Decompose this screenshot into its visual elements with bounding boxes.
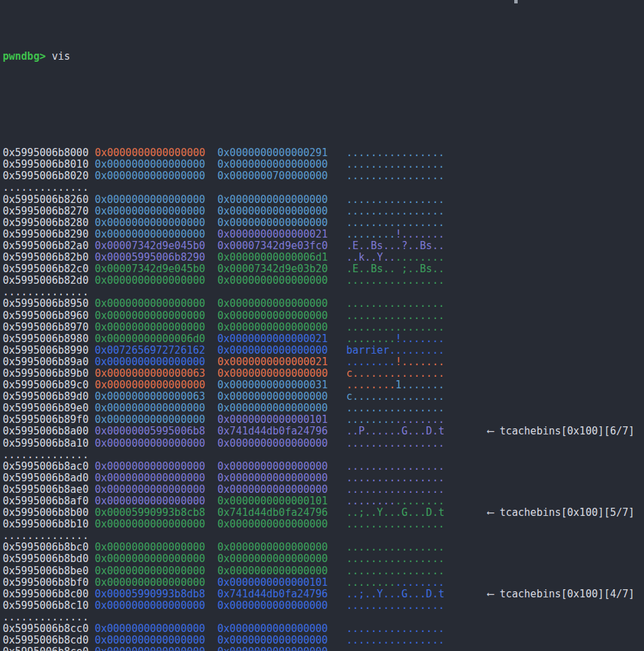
- tcachebin-annotation: tcachebins[0x100][6/7]: [499, 425, 634, 437]
- qword-value-2: 0x0000000000000000: [217, 565, 346, 577]
- chunk-address: 0x5995006b8a10: [3, 438, 94, 449]
- ascii-text: ..;..Y...G...D.t: [346, 506, 445, 519]
- chunk-address: 0x5995006b8a00: [3, 426, 94, 437]
- heap-rows: 0x5995006b80000x00000000000000000x000000…: [3, 147, 644, 651]
- ascii-text: ................: [346, 541, 445, 553]
- vis-row: 0x5995006b89e00x00000000000000000x000000…: [3, 403, 644, 414]
- ascii-column: ................: [346, 519, 488, 530]
- qword-value-2: 0x0000000000000000: [217, 403, 346, 414]
- vis-row: 0x5995006b89c00x00000000000000000x000000…: [3, 379, 644, 391]
- vis-row: 0x5995006b8c100x00000000000000000x000000…: [3, 600, 644, 612]
- qword-value-1: 0x0000000000000000: [94, 170, 217, 182]
- ascii-column: ................: [346, 322, 488, 333]
- ascii-text: ................: [346, 599, 445, 612]
- vis-row: 0x5995006b89500x00000000000000000x000000…: [3, 298, 644, 310]
- scrollbar-marker[interactable]: [514, 0, 518, 3]
- qword-value-2: 0x0000000000000000: [217, 217, 346, 229]
- qword-value-1: 0x0000000000000000: [94, 496, 217, 507]
- qword-value-2: 0x0000000000000000: [217, 159, 346, 170]
- qword-value-1: 0x0000000000000000: [94, 553, 217, 565]
- ascii-text: 1.......: [395, 379, 444, 391]
- vis-row: 0x5995006b89600x00000000000000000x000000…: [3, 310, 644, 322]
- qword-value-2: 0x741d44db0fa24796: [217, 426, 346, 437]
- ascii-column: ................: [346, 553, 488, 565]
- column-gap: [46, 50, 52, 62]
- ascii-text: ........: [346, 379, 395, 391]
- left-arrow-icon: ⟵: [487, 506, 499, 519]
- ascii-text: ................: [346, 297, 445, 310]
- qword-value-2: 0x0000000000000021: [217, 356, 346, 368]
- qword-value-1: 0x00007342d9e045b0: [94, 263, 217, 275]
- qword-value-1: 0x0000000000000000: [94, 623, 217, 635]
- ascii-column: ................: [346, 484, 488, 496]
- chunk-address: 0x5995006b8cc0: [3, 623, 94, 635]
- qword-value-1: 0x0000000000000000: [94, 472, 217, 484]
- chunk-address: 0x5995006b8010: [3, 159, 94, 170]
- qword-value-2: 0x0000000000000000: [217, 472, 346, 484]
- vis-row: 0x5995006b82600x00000000000000000x000000…: [3, 194, 644, 206]
- qword-value-1: 0x00000000000006d0: [94, 333, 217, 345]
- qword-value-1: 0x0000000000000000: [94, 519, 217, 530]
- vis-row: 0x5995006b89900x00726569727261620x000000…: [3, 345, 644, 356]
- qword-value-1: 0x0072656972726162: [94, 345, 217, 356]
- qword-value-1: 0x0000000000000000: [94, 298, 217, 310]
- ascii-text: .E..Bs.. ;..Bs..: [346, 263, 445, 275]
- separator-row: ..............: [3, 182, 644, 193]
- ascii-text: ................: [346, 193, 445, 206]
- ascii-column: ................: [346, 577, 488, 589]
- ascii-text: ................: [346, 217, 445, 229]
- ascii-column: ................: [346, 159, 488, 170]
- left-arrow-icon: ⟵: [487, 425, 499, 437]
- qword-value-1: 0x00000005995006b8: [94, 426, 217, 437]
- ascii-column: ................: [346, 403, 488, 414]
- separator-dots: ..............: [3, 449, 88, 461]
- ascii-column: ................: [346, 635, 488, 646]
- ascii-text: ........: [346, 413, 395, 426]
- qword-value-2: 0x0000000000000000: [217, 322, 346, 333]
- qword-value-1: 0x0000000000000000: [94, 600, 217, 612]
- qword-value-1: 0x0000000000000000: [94, 646, 217, 651]
- chunk-address: 0x5995006b89a0: [3, 356, 94, 368]
- qword-value-1: 0x00007342d9e045b0: [94, 240, 217, 252]
- qword-value-1: 0x0000000000000000: [94, 565, 217, 577]
- ascii-text: ........: [395, 413, 444, 426]
- chunk-address: 0x5995006b8bf0: [3, 577, 94, 589]
- qword-value-2: 0x00007342d9e03b20: [217, 263, 346, 275]
- ascii-column: .E..Bs...?..Bs..: [346, 240, 488, 252]
- ascii-text: ................: [346, 170, 445, 182]
- ascii-text: ................: [346, 553, 445, 565]
- ascii-text: ........: [395, 576, 444, 589]
- qword-value-2: 0x0000000000000000: [217, 298, 346, 310]
- ascii-column: ........1.......: [346, 379, 488, 391]
- chunk-address: 0x5995006b89b0: [3, 368, 94, 379]
- qword-value-1: 0x0000000000000000: [94, 275, 217, 286]
- qword-value-2: 0x0000000000000000: [217, 194, 346, 206]
- ascii-text: ........: [346, 495, 395, 507]
- qword-value-2: 0x0000000000000000: [217, 623, 346, 635]
- ascii-column: ................: [346, 438, 488, 449]
- tcachebin-annotation: tcachebins[0x100][5/7]: [499, 506, 634, 519]
- ascii-text: ................: [346, 518, 445, 530]
- vis-row: 0x5995006b8bc00x00000000000000000x000000…: [3, 542, 644, 553]
- vis-row: 0x5995006b82a00x00007342d9e045b00x000073…: [3, 240, 644, 252]
- ascii-column: ................: [346, 565, 488, 577]
- chunk-address: 0x5995006b8260: [3, 194, 94, 206]
- chunk-address: 0x5995006b8ad0: [3, 472, 94, 484]
- separator-dots: ..............: [3, 529, 88, 542]
- ascii-column: ................: [346, 414, 488, 426]
- qword-value-1: 0x00005990993b8db8: [94, 589, 217, 600]
- qword-value-2: 0x0000000000000021: [217, 333, 346, 345]
- vis-row: 0x5995006b82d00x00000000000000000x000000…: [3, 275, 644, 286]
- chunk-address: 0x5995006b8280: [3, 217, 94, 229]
- qword-value-1: 0x0000000000000000: [94, 635, 217, 646]
- terminal-screen[interactable]: pwndbg> vis 0x5995006b80000x000000000000…: [0, 0, 644, 651]
- vis-row: 0x5995006b89a00x00000000000000000x000000…: [3, 356, 644, 368]
- ascii-text: ................: [346, 402, 445, 414]
- chunk-address: 0x5995006b8cd0: [3, 635, 94, 646]
- chunk-address: 0x5995006b8ae0: [3, 484, 94, 496]
- chunk-address: 0x5995006b8af0: [3, 496, 94, 507]
- ascii-column: barrier.........: [346, 345, 488, 356]
- chunk-address: 0x5995006b8c10: [3, 600, 94, 612]
- qword-value-2: 0x741d44db0fa24796: [217, 589, 346, 600]
- chunk-address: 0x5995006b8270: [3, 206, 94, 217]
